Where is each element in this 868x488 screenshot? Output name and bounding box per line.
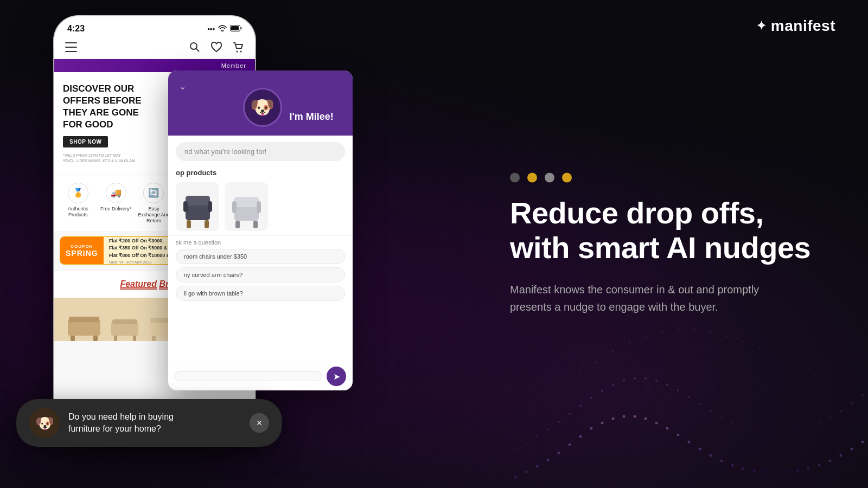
svg-point-64 bbox=[851, 402, 853, 404]
status-icons: ▪▪▪ bbox=[207, 25, 242, 33]
svg-rect-129 bbox=[205, 220, 209, 228]
nudge-avatar: 🐶 bbox=[29, 408, 60, 438]
svg-point-68 bbox=[547, 400, 549, 401]
svg-point-36 bbox=[547, 428, 549, 431]
svg-point-58 bbox=[786, 431, 788, 433]
svg-rect-111 bbox=[93, 336, 98, 341]
svg-point-25 bbox=[786, 471, 788, 473]
nudge-close-button[interactable]: × bbox=[250, 413, 269, 433]
svg-point-47 bbox=[666, 384, 668, 386]
svg-point-14 bbox=[666, 427, 669, 430]
chat-section-title: op products bbox=[168, 164, 353, 180]
svg-point-45 bbox=[644, 377, 647, 380]
svg-point-74 bbox=[645, 336, 647, 337]
dot-4[interactable] bbox=[562, 173, 572, 183]
phone-mockup: 4:23 ▪▪▪ bbox=[54, 16, 260, 461]
product-chip-1[interactable] bbox=[176, 182, 219, 231]
dot-3[interactable] bbox=[545, 173, 554, 183]
chat-chip-3[interactable]: ll go with brown table? bbox=[176, 286, 345, 301]
svg-point-55 bbox=[753, 429, 755, 431]
wishlist-icon[interactable] bbox=[210, 41, 222, 53]
chat-avatar: 🐶 bbox=[243, 88, 282, 127]
svg-point-2 bbox=[536, 465, 539, 468]
svg-point-32 bbox=[861, 441, 864, 444]
phone-status-bar: 4:23 ▪▪▪ bbox=[54, 16, 255, 38]
svg-point-82 bbox=[775, 355, 777, 356]
svg-point-5 bbox=[569, 444, 571, 446]
svg-point-46 bbox=[655, 380, 658, 382]
dot-1[interactable] bbox=[510, 173, 520, 183]
nav-right-icons bbox=[189, 41, 244, 53]
shop-now-button[interactable]: SHOP NOW bbox=[63, 136, 108, 147]
svg-point-21 bbox=[742, 467, 745, 470]
svg-point-6 bbox=[579, 435, 582, 438]
coupon-label: COUPON bbox=[71, 244, 93, 249]
svg-rect-109 bbox=[69, 317, 99, 322]
svg-point-22 bbox=[753, 470, 756, 472]
svg-rect-114 bbox=[114, 336, 117, 341]
svg-point-78 bbox=[710, 331, 712, 333]
chat-chip-2[interactable]: ny curved arm chairs? bbox=[176, 267, 345, 282]
cart-icon[interactable] bbox=[232, 41, 244, 53]
svg-point-53 bbox=[731, 422, 733, 424]
chat-collapse-button[interactable]: ⌄ bbox=[177, 79, 188, 94]
chat-input-area: sk me a question room chairs under $350 … bbox=[168, 235, 353, 305]
status-time: 4:23 bbox=[67, 24, 85, 34]
main-heading: Reduce drop offs, with smart AI nudges bbox=[510, 196, 825, 266]
svg-point-48 bbox=[677, 389, 679, 391]
svg-point-86 bbox=[840, 380, 842, 382]
chat-search-bubble[interactable]: nd what you're looking for! bbox=[176, 142, 345, 161]
authentic-products-icon: 🏅 bbox=[68, 183, 88, 203]
free-delivery-icon: 🚚 bbox=[106, 183, 126, 203]
chat-send-button[interactable]: ➤ bbox=[327, 367, 346, 386]
svg-point-91 bbox=[237, 51, 238, 53]
svg-point-27 bbox=[807, 467, 810, 470]
signal-icon: ▪▪▪ bbox=[207, 25, 215, 33]
svg-point-9 bbox=[612, 418, 615, 420]
svg-point-7 bbox=[590, 427, 593, 430]
chat-text-input[interactable] bbox=[175, 371, 322, 381]
coupon-left: COUPON SPRING bbox=[60, 237, 104, 264]
svg-point-4 bbox=[558, 452, 560, 454]
svg-point-56 bbox=[764, 431, 766, 433]
svg-point-60 bbox=[807, 426, 809, 428]
nudge-bubble: 🐶 Do you need help in buying furniture f… bbox=[16, 399, 282, 447]
svg-point-15 bbox=[677, 434, 680, 436]
svg-point-43 bbox=[623, 380, 625, 382]
dot-2[interactable] bbox=[527, 173, 537, 183]
svg-point-75 bbox=[661, 331, 663, 333]
hamburger-line-2 bbox=[65, 47, 77, 48]
svg-point-92 bbox=[240, 51, 242, 53]
svg-point-20 bbox=[731, 464, 734, 467]
hamburger-menu[interactable] bbox=[65, 41, 77, 53]
svg-point-11 bbox=[634, 415, 636, 418]
phone-nav-bar bbox=[54, 38, 255, 59]
svg-rect-128 bbox=[187, 220, 191, 228]
svg-rect-135 bbox=[253, 221, 258, 228]
feature-free-delivery: 🚚 Free Delivery* bbox=[100, 183, 131, 223]
wifi-icon bbox=[218, 25, 227, 33]
svg-point-38 bbox=[569, 413, 571, 415]
svg-point-50 bbox=[699, 403, 701, 405]
svg-point-23 bbox=[764, 471, 767, 473]
svg-point-34 bbox=[525, 442, 527, 445]
svg-point-31 bbox=[851, 448, 853, 451]
product-chip-2[interactable] bbox=[225, 182, 268, 231]
search-icon[interactable] bbox=[189, 41, 201, 53]
svg-point-42 bbox=[612, 384, 614, 386]
svg-rect-89 bbox=[231, 26, 239, 30]
coupon-code: SPRING bbox=[66, 249, 98, 258]
svg-point-49 bbox=[688, 396, 690, 398]
svg-point-3 bbox=[547, 459, 550, 461]
svg-rect-115 bbox=[133, 336, 136, 341]
svg-point-1 bbox=[525, 471, 528, 473]
svg-point-72 bbox=[612, 351, 614, 352]
svg-point-24 bbox=[775, 471, 777, 474]
svg-point-87 bbox=[857, 384, 858, 386]
svg-point-77 bbox=[694, 329, 695, 331]
svg-rect-133 bbox=[234, 197, 259, 207]
svg-rect-131 bbox=[208, 201, 212, 212]
svg-point-12 bbox=[644, 418, 647, 420]
chat-chip-1[interactable]: room chairs under $350 bbox=[176, 249, 345, 264]
svg-rect-136 bbox=[232, 201, 237, 213]
